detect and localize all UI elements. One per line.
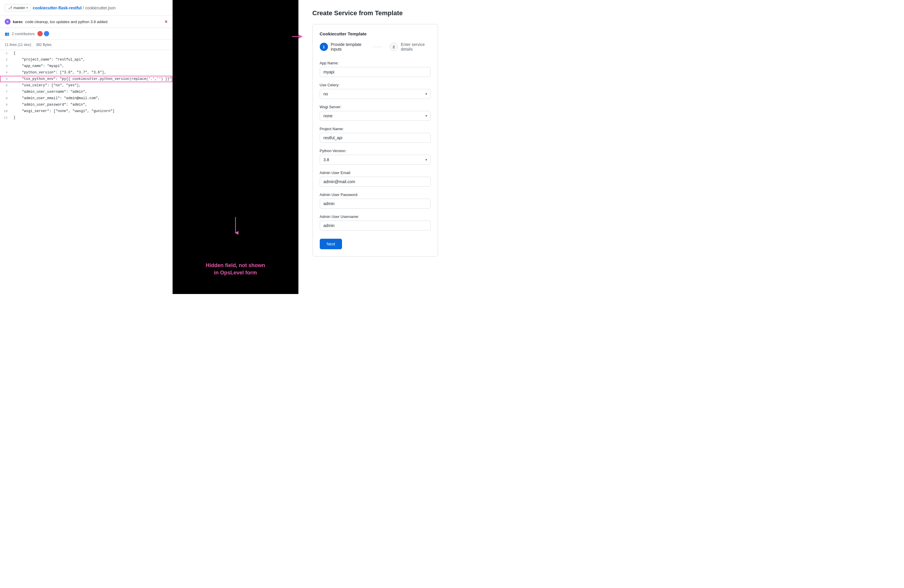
field-group-admin_user_email: Admin User Email: — [320, 171, 431, 187]
input-admin_user_password[interactable] — [320, 199, 431, 209]
file-meta: 11 lines (11 sloc) 382 Bytes — [0, 40, 172, 50]
line-content: "admin_user_password": "admin", — [11, 101, 87, 108]
select-wrapper-use_celery: noyes▾ — [320, 89, 431, 99]
contributors-row: 👥 2 contributors — [0, 28, 172, 40]
label-use_celery: Use Celery: — [320, 83, 431, 87]
field-group-wsgi_server: Wsgi Server:noneuwsgigunicorn▾ — [320, 105, 431, 121]
annotation-box: Hidden field, not shown in OpsLevel form — [197, 250, 274, 294]
line-number: 8 — [0, 95, 11, 101]
contributor-avatar-2 — [44, 31, 49, 36]
field-group-admin_user_password: Admin User Password: — [320, 193, 431, 209]
code-line: 5 "tox_python_env": "py{{ cookiecutter.p… — [0, 76, 172, 82]
input-admin_user_email[interactable] — [320, 177, 431, 187]
field-group-use_celery: Use Celery:noyes▾ — [320, 83, 431, 99]
next-button[interactable]: Next — [320, 239, 342, 249]
commit-author: karec — [13, 20, 23, 24]
step-2-label: Enter service details — [401, 42, 431, 52]
right-arrow-icon — [292, 34, 303, 40]
file-lines: 11 lines (11 sloc) — [5, 43, 31, 47]
contributors-label: 2 contributors — [12, 32, 35, 36]
code-line: 4 "python_version": ["3.8", "3.7", "3.6"… — [0, 70, 172, 76]
step-1: 1 Provide template inputs — [320, 42, 366, 52]
line-content: "project_name": "restful_api", — [11, 57, 85, 63]
line-number: 6 — [0, 82, 11, 89]
step-divider — [373, 47, 382, 47]
input-project_name[interactable] — [320, 133, 431, 143]
line-number: 7 — [0, 89, 11, 95]
code-line: 7 "admin_user_username": "admin", — [0, 89, 172, 95]
code-line: 9 "admin_user_password": "admin", — [0, 101, 172, 108]
code-line: 1{ — [0, 50, 172, 57]
select-use_celery[interactable]: noyes — [320, 89, 431, 99]
file-size: 382 Bytes — [36, 43, 52, 47]
commit-message: code cleanup, tox updates and python 3.8… — [25, 20, 107, 24]
step-1-circle: 1 — [320, 43, 328, 51]
commit-x: ✕ — [164, 20, 168, 24]
line-content: "wsgi_server": ["none", "uwsgi", "gunico… — [11, 108, 115, 114]
label-python_version: Python Version: — [320, 149, 431, 153]
path-separator: / — [83, 6, 84, 10]
input-admin_user_username[interactable] — [320, 221, 431, 231]
branch-selector[interactable]: ⎇ master ▾ — [5, 4, 31, 11]
code-line: 11} — [0, 114, 172, 121]
line-number: 9 — [0, 101, 11, 108]
down-arrow-icon — [232, 217, 239, 235]
select-wrapper-wsgi_server: noneuwsgigunicorn▾ — [320, 111, 431, 121]
repo-link[interactable]: cookiecutter-flask-restful — [33, 6, 82, 10]
line-content: "use_celery": ["no", "yes"], — [11, 82, 81, 89]
step-1-label: Provide template inputs — [331, 42, 366, 52]
branch-name: master — [13, 6, 25, 10]
step-2: 2 Enter service details — [390, 42, 431, 52]
label-admin_user_username: Admin User Username: — [320, 215, 431, 219]
select-wsgi_server[interactable]: noneuwsgigunicorn — [320, 111, 431, 121]
line-content: "admin_user_username": "admin", — [11, 89, 87, 95]
label-app_name: App Name: — [320, 61, 431, 65]
field-group-admin_user_username: Admin User Username: — [320, 215, 431, 231]
line-number: 3 — [0, 63, 11, 70]
code-line: 3 "app_name": "myapi", — [0, 63, 172, 70]
line-content: "python_version": ["3.8", "3.7", "3.6"], — [11, 70, 106, 76]
line-number: 4 — [0, 70, 11, 76]
form-card: Cookiecutter Template 1 Provide template… — [313, 24, 438, 256]
code-line: 6 "use_celery": ["no", "yes"], — [0, 82, 172, 89]
label-project_name: Project Name: — [320, 126, 431, 131]
annotation-area: Hidden field, not shown in OpsLevel form — [172, 0, 299, 294]
right-panel: Create Service from Template Cookiecutte… — [299, 0, 452, 294]
line-content: "tox_python_env": "py{{ cookiecutter.pyt… — [11, 76, 172, 82]
line-content: "admin_user_email": "admin@mail.com", — [11, 95, 100, 101]
annotation-text-line1: Hidden field, not shown in OpsLevel form — [205, 262, 265, 277]
code-line: 10 "wsgi_server": ["none", "uwsgi", "gun… — [0, 108, 172, 114]
line-number: 2 — [0, 57, 11, 63]
field-group-app_name: App Name: — [320, 61, 431, 77]
contributor-avatar-1 — [37, 31, 43, 36]
form-fields: App Name:Use Celery:noyes▾Wsgi Server:no… — [320, 61, 431, 231]
code-line: 8 "admin_user_email": "admin@mail.com", — [0, 95, 172, 101]
code-line: 2 "project_name": "restful_api", — [0, 57, 172, 63]
step-2-circle: 2 — [390, 43, 398, 51]
line-content: "app_name": "myapi", — [11, 63, 64, 70]
steps-row: 1 Provide template inputs 2 Enter servic… — [320, 42, 431, 52]
line-content: { — [11, 50, 16, 57]
commit-row: K karec code cleanup, tox updates and py… — [0, 16, 172, 28]
contributor-avatars — [37, 31, 49, 36]
branch-chevron-icon: ▾ — [26, 6, 28, 9]
select-wrapper-python_version: 3.83.73.6▾ — [320, 155, 431, 165]
label-admin_user_email: Admin User Email: — [320, 171, 431, 175]
file-name: cookiecutter.json — [85, 6, 115, 10]
line-content: } — [11, 114, 16, 121]
select-python_version[interactable]: 3.83.73.6 — [320, 155, 431, 165]
left-panel: ⎇ master ▾ cookiecutter-flask-restful / … — [0, 0, 172, 294]
label-admin_user_password: Admin User Password: — [320, 193, 431, 197]
repo-path: cookiecutter-flask-restful / cookiecutte… — [33, 6, 115, 10]
repo-header: ⎇ master ▾ cookiecutter-flask-restful / … — [0, 0, 172, 16]
git-branch-icon: ⎇ — [8, 6, 12, 10]
code-area: 1{2 "project_name": "restful_api",3 "app… — [0, 50, 172, 121]
page-title: Create Service from Template — [313, 9, 438, 17]
input-app_name[interactable] — [320, 67, 431, 77]
avatar: K — [5, 19, 11, 25]
line-number: 5 — [0, 76, 11, 82]
line-number: 11 — [0, 114, 11, 121]
line-number: 1 — [0, 50, 11, 57]
line-number: 10 — [0, 108, 11, 114]
field-group-project_name: Project Name: — [320, 126, 431, 143]
